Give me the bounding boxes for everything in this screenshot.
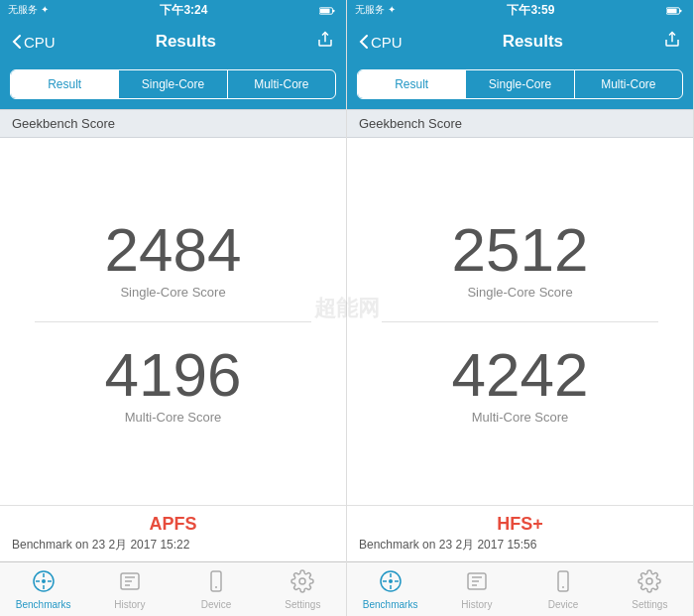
status-left: 无服务 ✦ <box>8 3 49 17</box>
multi-core-block: 4242 Multi-Core Score <box>452 344 589 425</box>
svg-rect-1 <box>320 9 330 13</box>
status-right <box>319 5 338 16</box>
device-icon <box>551 569 575 597</box>
svg-point-33 <box>646 578 652 584</box>
history-icon <box>118 569 142 597</box>
section-header: Geekbench Score <box>347 109 693 138</box>
multi-core-block: 4196 Multi-Core Score <box>105 344 242 425</box>
settings-icon <box>290 569 314 597</box>
single-core-block: 2512 Single-Core Score <box>452 219 589 300</box>
segment-result[interactable]: Result <box>11 70 119 98</box>
segment-result[interactable]: Result <box>358 70 466 98</box>
multi-core-score: 4242 <box>452 344 589 406</box>
history-icon <box>465 569 489 597</box>
tab-label: History <box>461 599 492 610</box>
single-core-score: 2484 <box>105 219 242 281</box>
tab-label: Settings <box>632 599 667 610</box>
tab-settings[interactable]: Settings <box>260 562 346 616</box>
svg-rect-18 <box>667 9 677 13</box>
svg-point-22 <box>389 579 393 583</box>
single-core-label: Single-Core Score <box>105 285 242 300</box>
tab-label: Device <box>548 599 579 610</box>
scores-area: 2512 Single-Core Score 4242 Multi-Core S… <box>347 138 693 505</box>
status-bar: 无服务 ✦ 下午3:24 <box>0 0 346 20</box>
tab-label: Benchmarks <box>363 599 418 610</box>
status-time: 下午3:59 <box>507 2 554 19</box>
benchmark-info: Benchmark on 23 2月 2017 15:56 <box>359 537 681 554</box>
benchmark-type: APFS <box>12 514 334 535</box>
multi-core-score: 4196 <box>105 344 242 406</box>
svg-rect-14 <box>211 571 221 591</box>
benchmarks-icon <box>379 569 403 597</box>
settings-icon <box>637 569 661 597</box>
scores-area: 2484 Single-Core Score 4196 Multi-Core S… <box>0 138 346 505</box>
benchmark-footer: APFS Benchmark on 23 2月 2017 15:22 <box>0 505 346 561</box>
single-core-block: 2484 Single-Core Score <box>105 219 242 300</box>
svg-rect-2 <box>332 10 334 13</box>
single-core-score: 2512 <box>452 219 589 281</box>
segment-multicore[interactable]: Multi-Core <box>228 70 335 98</box>
device-icon <box>204 569 228 597</box>
single-core-label: Single-Core Score <box>452 285 589 300</box>
back-button[interactable]: CPU <box>359 34 403 51</box>
tab-history[interactable]: History <box>433 562 520 616</box>
svg-point-16 <box>299 578 305 584</box>
tab-bar: Benchmarks History Device Settings <box>0 561 346 616</box>
tab-device[interactable]: Device <box>520 562 607 616</box>
back-button[interactable]: CPU <box>12 34 56 51</box>
share-button[interactable] <box>316 31 334 53</box>
segment-bar: ResultSingle-CoreMulti-Core <box>0 63 346 109</box>
benchmark-type: HFS+ <box>359 514 681 535</box>
benchmark-info: Benchmark on 23 2月 2017 15:22 <box>12 537 334 554</box>
status-bar: 无服务 ✦ 下午3:59 <box>347 0 693 20</box>
panel-right: 无服务 ✦ 下午3:59 CPU Results ResultSingle-Co… <box>347 0 694 616</box>
tab-history[interactable]: History <box>86 562 173 616</box>
segment-singlecore[interactable]: Single-Core <box>119 70 227 98</box>
status-right <box>666 5 685 16</box>
tab-bar: Benchmarks History Device Settings <box>347 561 693 616</box>
benchmark-footer: HFS+ Benchmark on 23 2月 2017 15:56 <box>347 505 693 561</box>
nav-bar: CPU Results <box>347 20 693 63</box>
segment-bar: ResultSingle-CoreMulti-Core <box>347 63 693 109</box>
status-left: 无服务 ✦ <box>355 3 396 17</box>
benchmarks-icon <box>32 569 56 597</box>
multi-core-label: Multi-Core Score <box>452 410 589 425</box>
tab-settings[interactable]: Settings <box>607 562 693 616</box>
tab-device[interactable]: Device <box>174 562 260 616</box>
share-button[interactable] <box>663 31 681 53</box>
svg-rect-19 <box>679 10 681 13</box>
nav-title: Results <box>156 32 216 52</box>
panel-left: 无服务 ✦ 下午3:24 CPU Results ResultSingle-Co… <box>0 0 347 616</box>
nav-title: Results <box>503 32 563 52</box>
svg-rect-31 <box>558 571 568 591</box>
segment-multicore[interactable]: Multi-Core <box>575 70 682 98</box>
svg-point-5 <box>42 579 46 583</box>
segment-singlecore[interactable]: Single-Core <box>466 70 574 98</box>
section-header: Geekbench Score <box>0 109 346 138</box>
tab-label: Benchmarks <box>16 599 71 610</box>
tab-label: History <box>114 599 145 610</box>
nav-bar: CPU Results <box>0 20 346 63</box>
multi-core-label: Multi-Core Score <box>105 410 242 425</box>
tab-benchmarks[interactable]: Benchmarks <box>347 562 433 616</box>
tab-label: Device <box>201 599 232 610</box>
status-time: 下午3:24 <box>160 2 207 19</box>
tab-label: Settings <box>285 599 320 610</box>
tab-benchmarks[interactable]: Benchmarks <box>0 562 86 616</box>
